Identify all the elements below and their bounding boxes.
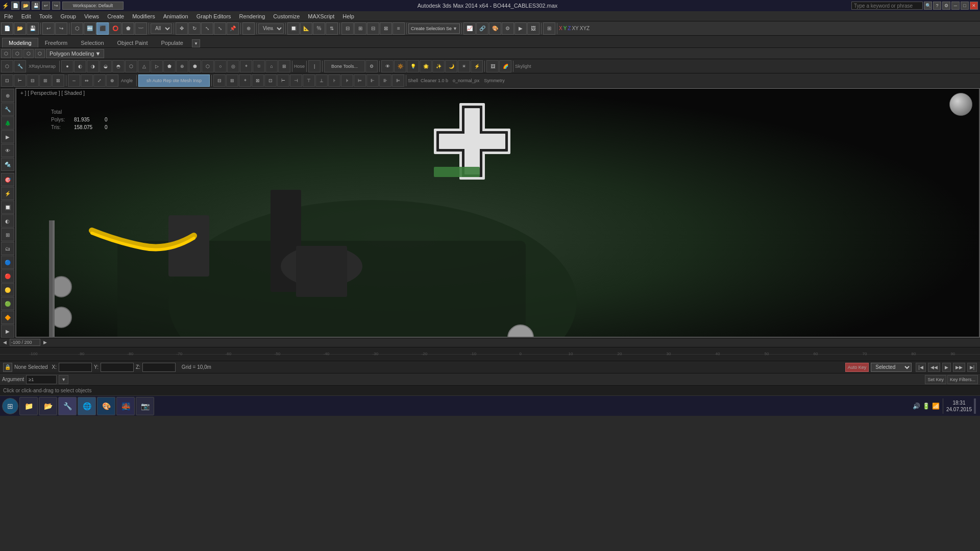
tr2-btn14[interactable]: ⊦ xyxy=(328,74,340,87)
tr2-btn5[interactable]: ⊟ xyxy=(213,74,226,87)
select-region-rect-btn[interactable]: ⬛ xyxy=(96,22,109,35)
quick-access-undo[interactable]: ↩ xyxy=(42,2,50,10)
auto-key-btn[interactable]: Auto Key xyxy=(845,363,869,372)
tr2-btn4[interactable]: ⊕ xyxy=(106,74,118,87)
open-btn[interactable]: 📂 xyxy=(14,22,26,35)
tab-options-btn[interactable]: ▼ xyxy=(192,39,200,47)
next-frame-btn[interactable]: ▶▶ xyxy=(953,363,965,372)
ls-modify-btn[interactable]: 🔧 xyxy=(1,103,14,116)
tr2-btn1[interactable]: ↔ xyxy=(68,74,80,87)
arg-down-btn[interactable]: ▼ xyxy=(59,375,68,384)
schematic-view-btn[interactable]: 🔗 xyxy=(476,22,488,35)
timeline-track[interactable]: -100 -90 -80 -70 -60 -50 -40 -30 -20 -10… xyxy=(0,347,980,361)
tr1-btn17[interactable]: ⌖ xyxy=(240,60,252,72)
z-coord-input[interactable] xyxy=(142,363,176,372)
tr1-btn13[interactable]: ⬢ xyxy=(189,60,201,72)
tr1-btn5[interactable]: ◑ xyxy=(87,60,99,72)
undo-btn[interactable]: ↩ xyxy=(42,22,55,35)
tr2-btn12[interactable]: ⊤ xyxy=(303,74,315,87)
argument-input[interactable] xyxy=(26,375,57,384)
ls-bottom-btn3[interactable]: 🔲 xyxy=(1,201,14,214)
select-obj-btn[interactable]: ⬡ xyxy=(71,22,83,35)
tr2-btn9[interactable]: ⊡ xyxy=(264,74,277,87)
render2-btn[interactable]: 🖼 xyxy=(527,22,540,35)
tab-freeform[interactable]: Freeform xyxy=(38,38,75,47)
menu-rendering[interactable]: Rendering xyxy=(235,11,270,21)
tr2-btn6[interactable]: ⊞ xyxy=(226,74,238,87)
show-desktop-btn[interactable] xyxy=(974,398,976,414)
taskbar-browser[interactable]: 🌐 xyxy=(78,397,96,415)
menu-animation[interactable]: Animation xyxy=(159,11,192,21)
pivot-btn[interactable]: ⊕ xyxy=(242,22,255,35)
quick-access-new[interactable]: 📄 xyxy=(11,2,19,10)
tr2-btn11[interactable]: ⊣ xyxy=(290,74,302,87)
prev-frame-btn[interactable]: ◀◀ xyxy=(928,363,940,372)
layer-btn[interactable]: ≡ xyxy=(393,22,405,35)
ls-motion-btn[interactable]: ▶ xyxy=(1,130,14,143)
tr1-btn30[interactable]: ☀ xyxy=(458,60,470,72)
tr2-edge-btn[interactable]: ⊢ xyxy=(14,74,26,87)
taskbar-photoshop[interactable]: 🎨 xyxy=(97,397,115,415)
tr2-poly-btn[interactable]: ⊞ xyxy=(39,74,52,87)
place-btn[interactable]: 📌 xyxy=(227,22,239,35)
mtb-btn-3[interactable]: ⬡ xyxy=(23,49,34,58)
tr2-btn8[interactable]: ⊠ xyxy=(252,74,264,87)
tr2-btn2[interactable]: ⇔ xyxy=(81,74,93,87)
tr1-btn14[interactable]: ⬡ xyxy=(202,60,214,72)
select-by-name-btn[interactable]: 🔤 xyxy=(84,22,96,35)
workspace-dropdown[interactable]: Workspace: Default xyxy=(62,2,124,10)
tr1-btn32[interactable]: 🖼 xyxy=(486,60,499,72)
tr1-btn27[interactable]: 🌟 xyxy=(420,60,432,72)
taskbar-max[interactable]: 🔧 xyxy=(58,397,77,415)
menu-edit[interactable]: Edit xyxy=(17,11,35,21)
mtb-btn-2[interactable]: ⬡ xyxy=(12,49,22,58)
tr1-btn18[interactable]: ⌑ xyxy=(253,60,265,72)
tr1-btn15[interactable]: ○ xyxy=(214,60,227,72)
menu-tools[interactable]: Tools xyxy=(35,11,57,21)
tr1-btn1[interactable]: ⬡ xyxy=(1,60,13,72)
tr1-btn3[interactable]: ● xyxy=(61,60,74,72)
tab-object-paint[interactable]: Object Paint xyxy=(111,38,155,47)
taskbar-bridge[interactable]: 🌉 xyxy=(116,397,135,415)
tr1-btn19[interactable]: ⌂ xyxy=(265,60,278,72)
tr1-btn16[interactable]: ◎ xyxy=(227,60,239,72)
x-coord-input[interactable] xyxy=(59,363,92,372)
move-btn[interactable]: ✥ xyxy=(176,22,188,35)
select-region-circ-btn[interactable]: ⭕ xyxy=(109,22,121,35)
ls-display-btn[interactable]: 👁 xyxy=(1,144,14,157)
spinner-snap-btn[interactable]: ⇅ xyxy=(326,22,338,35)
tr1-btn7[interactable]: ◓ xyxy=(112,60,125,72)
tl-range-input[interactable] xyxy=(10,339,40,346)
save-btn[interactable]: 💾 xyxy=(27,22,39,35)
tr1-btn25[interactable]: 🔆 xyxy=(394,60,406,72)
tr1-btn4[interactable]: ◐ xyxy=(74,60,86,72)
mtb-btn-4[interactable]: ⬡ xyxy=(35,49,45,58)
mtb-btn-1[interactable]: ⬡ xyxy=(1,49,11,58)
redo-btn[interactable]: ↪ xyxy=(55,22,67,35)
tr1-btn31[interactable]: ⚡ xyxy=(471,60,483,72)
view-dropdown[interactable]: View xyxy=(258,23,284,34)
ls-bottom-btn10[interactable]: 🟢 xyxy=(1,297,14,310)
tr2-highlighted-btn[interactable]: sh Auto Rep ote Mesh Insp xyxy=(138,74,210,87)
tr2-element-btn[interactable]: ⊠ xyxy=(52,74,64,87)
tr1-btn24[interactable]: 👁 xyxy=(381,60,394,72)
rotate-btn[interactable]: ↻ xyxy=(188,22,201,35)
tr2-btn10[interactable]: ⊢ xyxy=(277,74,289,87)
tr1-btn21[interactable]: | xyxy=(308,60,321,72)
go-start-btn[interactable]: |◀ xyxy=(916,363,925,372)
render-btn[interactable]: ▶ xyxy=(514,22,527,35)
play-btn[interactable]: ▶ xyxy=(942,363,951,372)
ls-bottom-btn4[interactable]: ◐ xyxy=(1,214,14,228)
tr2-btn7[interactable]: ⌖ xyxy=(239,74,251,87)
tl-prev-btn[interactable]: ◀ xyxy=(2,340,8,345)
max-button[interactable]: □ xyxy=(961,2,969,10)
tr2-btn13[interactable]: ⊥ xyxy=(315,74,328,87)
close-button[interactable]: ✕ xyxy=(970,2,978,10)
tr1-btn22[interactable]: Bone Tools... xyxy=(324,60,365,72)
menu-help[interactable]: Help xyxy=(338,11,358,21)
ls-hierarchy-btn[interactable]: 🌲 xyxy=(1,116,14,130)
go-end-btn[interactable]: ▶| xyxy=(967,363,977,372)
quick-access-save[interactable]: 💾 xyxy=(32,2,40,10)
tr1-btn26[interactable]: 💡 xyxy=(407,60,419,72)
min-button[interactable]: ─ xyxy=(951,2,960,10)
